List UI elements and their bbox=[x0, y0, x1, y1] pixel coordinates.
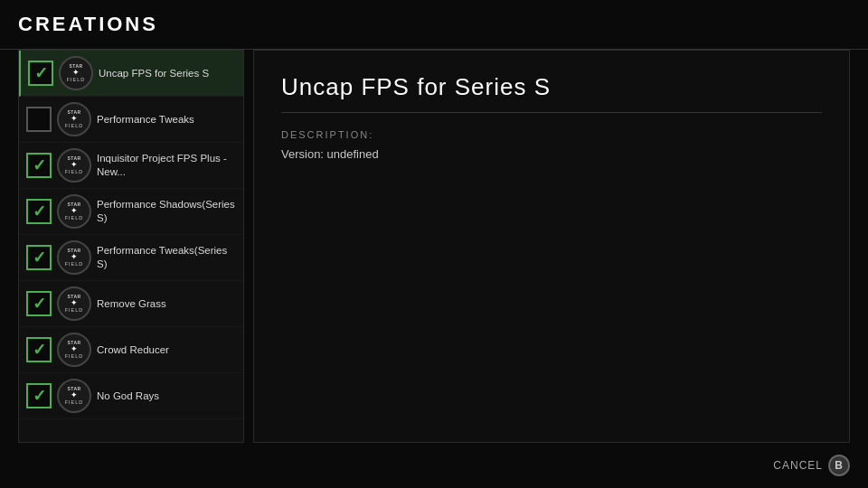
detail-title: Uncap FPS for Series S bbox=[281, 73, 822, 113]
mod-name: Uncap FPS for Series S bbox=[99, 67, 236, 80]
cancel-label: CANCEL bbox=[773, 459, 823, 472]
description-label: DESCRIPTION: bbox=[281, 129, 822, 140]
mod-list: STAR ✦ FIELD Uncap FPS for Series S STAR… bbox=[18, 50, 244, 443]
mod-badge: STAR ✦ FIELD bbox=[57, 148, 91, 183]
list-item[interactable]: STAR ✦ FIELD Uncap FPS for Series S bbox=[19, 51, 243, 97]
mod-name: Performance Shadows(Series S) bbox=[97, 198, 236, 225]
mod-name: Inquisitor Project FPS Plus - New... bbox=[97, 152, 236, 179]
mod-checkbox[interactable] bbox=[26, 291, 52, 316]
mod-badge: STAR ✦ FIELD bbox=[57, 286, 91, 321]
badge-field-text: FIELD bbox=[65, 123, 84, 128]
badge-symbol: ✦ bbox=[71, 115, 78, 123]
mod-badge: STAR ✦ FIELD bbox=[57, 194, 91, 229]
list-item[interactable]: STAR ✦ FIELD No God Rays bbox=[19, 373, 243, 419]
badge-field-text: FIELD bbox=[65, 353, 84, 359]
list-item[interactable]: STAR ✦ FIELD Inquisitor Project FPS Plus… bbox=[19, 143, 243, 189]
footer: CANCEL B bbox=[0, 443, 868, 488]
mod-checkbox[interactable] bbox=[26, 199, 52, 224]
mod-badge: STAR ✦ FIELD bbox=[57, 102, 91, 136]
list-item[interactable]: STAR ✦ FIELD Performance Tweaks(Series S… bbox=[19, 235, 243, 281]
detail-panel: Uncap FPS for Series S DESCRIPTION: Vers… bbox=[253, 50, 850, 443]
list-item[interactable]: STAR ✦ FIELD Remove Grass bbox=[19, 281, 243, 327]
mod-name: Crowd Reducer bbox=[97, 343, 236, 357]
list-item[interactable]: STAR ✦ FIELD Performance Tweaks bbox=[19, 97, 243, 143]
page-title: CREATIONS bbox=[18, 13, 158, 36]
badge-symbol: ✦ bbox=[71, 299, 78, 307]
b-button-icon[interactable]: B bbox=[828, 455, 850, 476]
badge-symbol: ✦ bbox=[71, 345, 78, 353]
mod-badge: STAR ✦ FIELD bbox=[59, 56, 93, 90]
mod-checkbox[interactable] bbox=[26, 245, 52, 270]
badge-field-text: FIELD bbox=[65, 215, 84, 221]
list-item[interactable]: STAR ✦ FIELD Performance Shadows(Series … bbox=[19, 189, 243, 235]
badge-symbol: ✦ bbox=[71, 207, 78, 215]
mod-checkbox[interactable] bbox=[26, 383, 52, 408]
mod-name: Performance Tweaks bbox=[97, 113, 236, 127]
mod-checkbox[interactable] bbox=[28, 61, 53, 86]
mod-checkbox[interactable] bbox=[26, 153, 52, 178]
badge-field-text: FIELD bbox=[65, 307, 84, 313]
badge-symbol: ✦ bbox=[71, 161, 78, 169]
mod-badge: STAR ✦ FIELD bbox=[57, 333, 91, 367]
description-value: Version: undefined bbox=[281, 147, 822, 161]
mod-checkbox[interactable] bbox=[26, 107, 52, 132]
mod-badge: STAR ✦ FIELD bbox=[57, 240, 91, 275]
badge-field-text: FIELD bbox=[65, 399, 84, 405]
badge-symbol: ✦ bbox=[71, 253, 78, 261]
main-content: STAR ✦ FIELD Uncap FPS for Series S STAR… bbox=[18, 50, 850, 443]
badge-symbol: ✦ bbox=[71, 391, 78, 399]
mod-badge: STAR ✦ FIELD bbox=[57, 379, 91, 413]
mod-checkbox[interactable] bbox=[26, 337, 52, 362]
mod-name: Performance Tweaks(Series S) bbox=[97, 244, 236, 271]
mod-name: Remove Grass bbox=[97, 297, 236, 311]
header: CREATIONS bbox=[0, 0, 868, 50]
badge-field-text: FIELD bbox=[65, 261, 84, 267]
badge-symbol: ✦ bbox=[72, 69, 80, 77]
list-item[interactable]: STAR ✦ FIELD Crowd Reducer bbox=[19, 327, 243, 373]
badge-field-text: FIELD bbox=[65, 169, 84, 174]
mod-name: No God Rays bbox=[97, 389, 236, 403]
cancel-button[interactable]: CANCEL B bbox=[773, 455, 850, 476]
badge-field-text: FIELD bbox=[67, 77, 86, 82]
